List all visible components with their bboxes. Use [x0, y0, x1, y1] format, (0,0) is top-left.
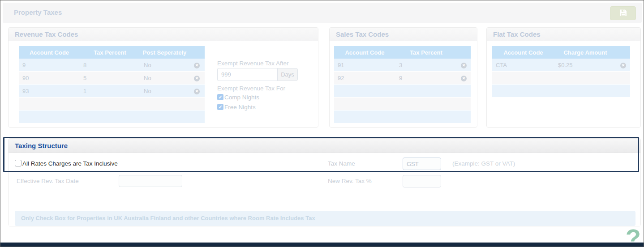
sales-tax-codes-panel: Sales Tax Codes Account Code Tax Percent…: [329, 27, 477, 128]
tax-name-input[interactable]: [403, 158, 441, 170]
table-row: 9 8 No ✕: [19, 59, 205, 72]
comp-nights-checkbox[interactable]: ✓: [217, 94, 223, 100]
flat-tax-codes-panel: Flat Tax Codes Account Code Charge Amoun…: [486, 27, 641, 128]
free-nights-label: Free Nights: [224, 104, 256, 111]
tax-name-label: Tax Name: [328, 160, 355, 167]
table-header-row: Account Code Tax Percent: [334, 46, 471, 59]
table-row: CTA $0.25 ✕: [492, 59, 630, 72]
flat-tax-table: Account Code Charge Amount CTA $0.25 ✕: [492, 46, 630, 98]
free-nights-row: ✓ Free Nights: [217, 103, 256, 111]
delete-row-icon[interactable]: ✕: [461, 76, 467, 81]
revenue-tax-table: Account Code Tax Percent Post Seperately…: [19, 46, 205, 124]
sales-tax-table: Account Code Tax Percent 91 3 ✕ 92 9 ✕: [334, 46, 471, 124]
comp-nights-label: Comp Nights: [224, 94, 259, 101]
exempt-after-input[interactable]: [217, 68, 277, 81]
footer-bar: [0, 243, 644, 247]
app-window: Property Taxes Revenue Tax Codes Acc: [0, 0, 644, 247]
flat-panel-title: Flat Tax Codes: [487, 28, 640, 41]
table-header-row: Account Code Charge Amount: [492, 46, 630, 59]
effective-date-label: Effective Rev. Tax Date: [17, 178, 79, 184]
delete-row-icon[interactable]: ✕: [620, 63, 626, 68]
free-nights-checkbox[interactable]: ✓: [217, 104, 223, 110]
tax-inclusive-info-box: Only Check Box for Properties in UK Aust…: [15, 211, 635, 226]
delete-row-icon[interactable]: ✕: [194, 63, 200, 68]
taxing-structure-title: Taxing Structure: [9, 139, 640, 153]
table-row: 91 3 ✕: [334, 59, 471, 72]
exempt-for-label: Exempt Revenue Tax For: [217, 85, 285, 92]
tax-inclusive-checkbox[interactable]: [15, 160, 21, 166]
table-row: 92 9 ✕: [334, 72, 471, 85]
table-row: 93 1 No ✕: [19, 85, 205, 98]
sales-panel-title: Sales Tax Codes: [330, 28, 477, 41]
table-header-row: Account Code Tax Percent Post Seperately: [19, 46, 205, 59]
comp-nights-row: ✓ Comp Nights: [217, 94, 259, 101]
new-tax-input[interactable]: [403, 175, 441, 187]
exempt-after-input-group: Days: [217, 68, 298, 81]
days-addon-button[interactable]: Days: [277, 68, 298, 81]
delete-row-icon[interactable]: ✕: [461, 63, 467, 68]
table-row-empty: [492, 72, 630, 85]
table-row-empty: [334, 98, 471, 111]
table-row-empty: [334, 111, 471, 124]
new-tax-label: New Rev. Tax %: [328, 178, 372, 184]
page-title: Property Taxes: [14, 9, 62, 16]
save-button[interactable]: [610, 6, 636, 20]
effective-date-input[interactable]: [119, 175, 182, 187]
tax-inclusive-label: All Rates Charges are Tax Inclusive: [22, 160, 118, 167]
save-floppy-icon: [619, 9, 627, 18]
table-row-empty: [334, 85, 471, 98]
revenue-tax-codes-panel: Revenue Tax Codes Account Code Tax Perce…: [8, 27, 318, 128]
exempt-after-label: Exempt Revenue Tax After: [217, 60, 289, 67]
revenue-panel-title: Revenue Tax Codes: [9, 28, 318, 41]
table-row-empty: [19, 98, 205, 111]
table-row-empty: [19, 111, 205, 124]
page-header-bar: Property Taxes: [3, 3, 642, 23]
delete-row-icon[interactable]: ✕: [194, 76, 200, 81]
tax-name-hint: (Example: GST or VAT): [452, 160, 515, 167]
table-row-empty: [492, 85, 630, 98]
table-row: 90 5 No ✕: [19, 72, 205, 85]
taxing-structure-panel: Taxing Structure All Rates Charges are T…: [8, 138, 641, 226]
delete-row-icon[interactable]: ✕: [194, 89, 200, 94]
